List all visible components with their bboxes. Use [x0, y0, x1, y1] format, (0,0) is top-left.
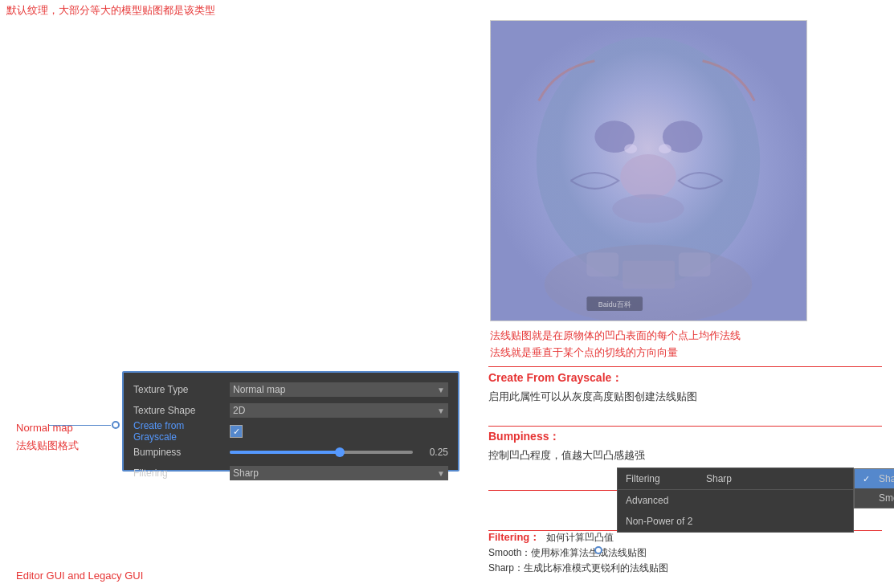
section-divider-1 — [488, 426, 882, 427]
svg-rect-7 — [586, 252, 618, 276]
slider-thumb[interactable] — [335, 447, 345, 457]
svg-point-11 — [659, 144, 672, 153]
filtering-title: Filtering： — [488, 530, 540, 545]
dropdown-filtering-label: Filtering — [626, 473, 706, 484]
bumpiness-title: Bumpiness： — [488, 430, 882, 444]
bumpiness-value: 0.25 — [419, 447, 448, 458]
filtering-sub-text: 如何计算凹凸值 — [546, 530, 614, 545]
top-divider — [488, 366, 882, 367]
dropdown-advanced-label: Advanced — [626, 495, 706, 506]
texture-shape-arrow-icon: ▼ — [437, 406, 445, 415]
option-smooth[interactable]: Smooth — [855, 488, 894, 508]
dropdown-advanced-row: Advanced — [618, 490, 853, 511]
filtering-desc1: Smooth：使用标准算法生成法线贴图 — [488, 545, 882, 561]
create-from-grayscale-title: Create From Grayscale： — [488, 371, 882, 386]
texture-type-arrow-icon: ▼ — [437, 386, 445, 394]
filtering-select[interactable]: Sharp ▼ — [230, 466, 448, 480]
annotation-dot-left — [112, 421, 120, 429]
filtering-connector-dot — [594, 546, 602, 554]
image-description: 法线贴图就是在原物体的凹凸表面的每个点上均作法线 法线就是垂直于某个点的切线的方… — [490, 328, 807, 361]
svg-point-10 — [624, 144, 637, 153]
filtering-label: Filtering — [133, 468, 230, 479]
dropdown-filtering-value: Sharp — [706, 473, 732, 484]
option-smooth-label: Smooth — [879, 492, 894, 504]
normal-map-image: Baidu百科 — [490, 20, 807, 321]
left-annotation: Normal map 法线贴图格式 — [16, 419, 79, 455]
texture-settings-panel: Texture Type Normal map ▼ Texture Shape … — [122, 371, 459, 472]
option-sharp[interactable]: ✓ Sharp — [855, 469, 894, 488]
checkbox-check-icon: ✓ — [233, 427, 240, 437]
svg-point-5 — [612, 194, 684, 223]
create-from-grayscale-section: Create From Grayscale： 启用此属性可以从灰度高度贴图创建法… — [488, 368, 882, 419]
svg-point-2 — [620, 154, 676, 199]
filtering-dropdown-popup: Filtering Sharp Advanced Non-Power of 2 … — [617, 468, 854, 533]
create-from-grayscale-desc: 启用此属性可以从灰度高度贴图创建法线贴图 — [488, 389, 882, 406]
filtering-value: Sharp — [233, 468, 259, 479]
texture-shape-label: Texture Shape — [133, 405, 230, 416]
svg-text:Baidu百科: Baidu百科 — [598, 300, 631, 308]
texture-shape-row: Texture Shape 2D ▼ — [124, 400, 458, 421]
bumpiness-row: Bumpiness 0.25 — [124, 442, 458, 463]
annotation-subtitle: 法线贴图格式 — [16, 437, 79, 455]
annotation-title: Normal map — [16, 419, 79, 437]
sharp-check-icon: ✓ — [863, 474, 874, 484]
dropdown-header: Filtering Sharp — [618, 468, 853, 490]
texture-type-label: Texture Type — [133, 384, 230, 395]
top-description: 默认纹理，大部分等大的模型贴图都是该类型 — [0, 0, 222, 21]
texture-type-value: Normal map — [233, 384, 285, 395]
texture-type-select[interactable]: Normal map ▼ — [230, 382, 448, 397]
bumpiness-label: Bumpiness — [133, 447, 230, 458]
filtering-section: Filtering： 如何计算凹凸值 Smooth：使用标准算法生成法线贴图 S… — [488, 530, 882, 577]
create-from-grayscale-checkbox[interactable]: ✓ — [230, 425, 243, 438]
create-from-grayscale-row: Create from Grayscale ✓ — [124, 421, 458, 442]
dropdown-options-flyout: ✓ Sharp Smooth — [854, 468, 894, 508]
filtering-arrow-icon: ▼ — [437, 469, 445, 478]
texture-shape-value: 2D — [233, 405, 245, 416]
texture-shape-select[interactable]: 2D ▼ — [230, 403, 448, 418]
bottom-left-text: Editor GUI and Legacy GUI — [16, 570, 143, 582]
filtering-row: Filtering Sharp ▼ — [124, 463, 458, 484]
option-sharp-label: Sharp — [879, 473, 894, 484]
dropdown-non-power-row: Non-Power of 2 — [618, 511, 853, 532]
texture-type-row: Texture Type Normal map ▼ — [124, 379, 458, 400]
slider-fill — [230, 451, 340, 454]
dropdown-non-power-label: Non-Power of 2 — [626, 516, 706, 527]
bumpiness-slider[interactable]: 0.25 — [230, 447, 448, 458]
slider-track — [230, 451, 413, 454]
create-from-grayscale-label: Create from Grayscale — [133, 420, 230, 443]
right-descriptions: Create From Grayscale： 启用此属性可以从灰度高度贴图创建法… — [488, 368, 882, 419]
svg-rect-9 — [623, 260, 675, 288]
bumpiness-desc: 控制凹凸程度，值越大凹凸感越强 — [488, 447, 882, 464]
filtering-desc2: Sharp：生成比标准模式更锐利的法线贴图 — [488, 561, 882, 576]
svg-rect-8 — [679, 252, 711, 276]
